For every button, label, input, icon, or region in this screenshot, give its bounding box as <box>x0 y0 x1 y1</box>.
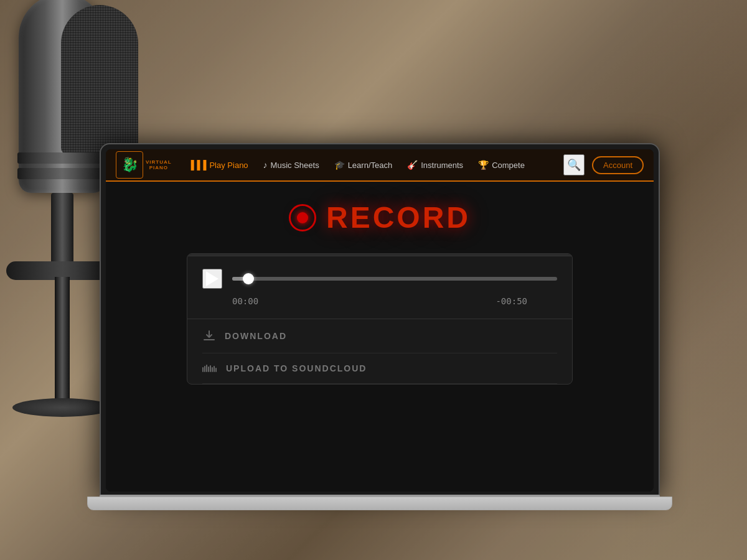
trophy-icon: 🏆 <box>478 160 489 170</box>
guitar-icon: 🎸 <box>407 160 418 170</box>
nav-item-play-piano[interactable]: ▐▐▐ Play Piano <box>182 156 255 174</box>
mic-base <box>12 398 112 417</box>
navbar: 🐉 VIRTUAL PIANO ▐▐▐ Play Piano ♪ Music S… <box>106 149 654 182</box>
record-title-area: RECORD <box>289 200 471 235</box>
nav-label-music-sheets: Music Sheets <box>271 161 319 170</box>
nav-item-instruments[interactable]: 🎸 Instruments <box>401 156 469 174</box>
download-icon <box>202 329 216 343</box>
svg-rect-3 <box>208 366 209 372</box>
search-icon: 🔍 <box>567 159 581 171</box>
mic-band-2 <box>17 168 107 179</box>
play-triangle-icon <box>206 271 218 286</box>
mic-stand <box>55 277 70 401</box>
svg-rect-1 <box>204 366 205 372</box>
player-controls: 00:00 -00:50 <box>187 256 572 319</box>
main-content: RECORD <box>106 182 654 492</box>
logo-dragon-icon: 🐉 <box>121 157 138 173</box>
nav-item-music-sheets[interactable]: ♪ Music Sheets <box>257 156 326 174</box>
laptop-base <box>87 497 672 510</box>
progress-bar[interactable] <box>232 277 557 281</box>
nav-label-instruments: Instruments <box>421 161 463 170</box>
logo-icon: 🐉 <box>116 151 143 179</box>
laptop-bezel: 🐉 VIRTUAL PIANO ▐▐▐ Play Piano ♪ Music S… <box>100 143 660 498</box>
progress-thumb[interactable] <box>243 273 254 284</box>
player-divider-3 <box>202 383 557 384</box>
laptop: 🐉 VIRTUAL PIANO ▐▐▐ Play Piano ♪ Music S… <box>100 143 660 529</box>
nav-label-play-piano: Play Piano <box>209 161 248 170</box>
logo-area[interactable]: 🐉 VIRTUAL PIANO <box>116 151 172 179</box>
svg-rect-4 <box>210 365 211 372</box>
logo-text-virtual: VIRTUAL <box>146 159 172 165</box>
svg-rect-0 <box>202 367 204 372</box>
mic-neck <box>51 193 73 268</box>
logo-text-piano: PIANO <box>149 165 168 170</box>
search-button[interactable]: 🔍 <box>563 154 585 175</box>
mic-body <box>19 0 106 193</box>
nav-label-compete: Compete <box>492 161 525 170</box>
nav-label-learn-teach: Learn/Teach <box>348 161 393 170</box>
player-row <box>202 269 557 289</box>
nav-right: 🔍 Account <box>563 154 644 175</box>
download-action[interactable]: DOWNLOAD <box>187 319 572 353</box>
svg-rect-5 <box>212 367 213 372</box>
nav-item-compete[interactable]: 🏆 Compete <box>472 156 531 174</box>
mic-band-1 <box>17 152 107 164</box>
record-icon <box>289 204 316 231</box>
laptop-screen: 🐉 VIRTUAL PIANO ▐▐▐ Play Piano ♪ Music S… <box>106 149 654 492</box>
svg-rect-7 <box>215 368 217 372</box>
bars-icon: ▐▐▐ <box>188 160 207 170</box>
svg-rect-6 <box>214 366 215 372</box>
soundcloud-action[interactable]: UPLOAD TO SOUNDCLOUD <box>187 353 572 383</box>
soundcloud-icon <box>202 363 217 373</box>
nav-items: ▐▐▐ Play Piano ♪ Music Sheets 🎓 Learn/Te… <box>182 156 563 174</box>
soundcloud-label: UPLOAD TO SOUNDCLOUD <box>226 363 367 373</box>
audio-player: 00:00 -00:50 DOWNLOAD <box>187 253 573 385</box>
account-button[interactable]: Account <box>592 156 644 174</box>
time-row: 00:00 -00:50 <box>202 296 557 306</box>
graduation-icon: 🎓 <box>334 160 345 170</box>
download-label: DOWNLOAD <box>225 331 287 341</box>
current-time: 00:00 <box>232 296 258 306</box>
nav-item-learn-teach[interactable]: 🎓 Learn/Teach <box>328 156 399 174</box>
music-note-icon: ♪ <box>263 160 268 170</box>
svg-rect-2 <box>206 365 207 372</box>
mic-grille <box>61 5 138 154</box>
record-label: RECORD <box>326 200 471 235</box>
play-button[interactable] <box>202 269 222 289</box>
remaining-time: -00:50 <box>496 296 527 306</box>
record-icon-inner <box>297 212 308 223</box>
